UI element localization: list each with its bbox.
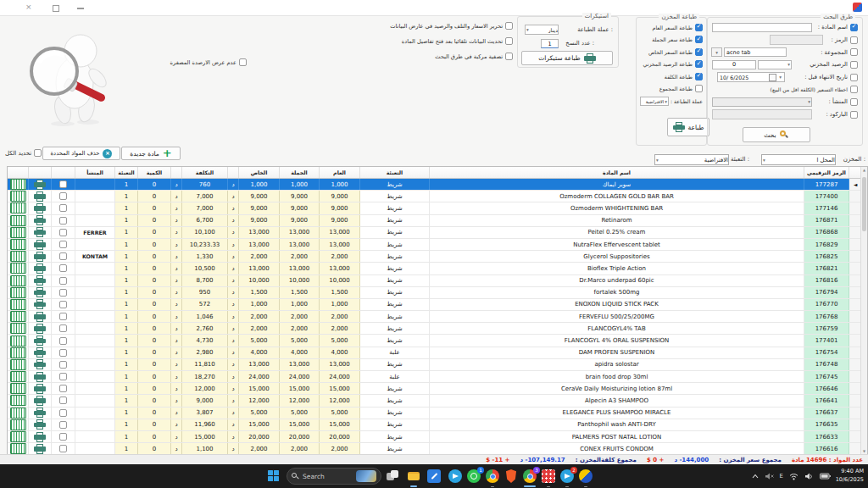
printer-icon[interactable] [34,359,46,369]
barcode-icon[interactable] [10,359,26,370]
row-checkbox[interactable] [59,277,67,285]
red-grid-app-icon[interactable] [542,469,555,483]
chrome-icon[interactable] [486,469,499,483]
barcode-icon[interactable] [10,323,26,334]
table-row[interactable]: 10د9,000د12,00012,00012,000شريطAlpecin A… [8,395,862,407]
packing-filter-select[interactable]: ▾ الافتراضية [654,154,729,165]
telegram-2-icon[interactable]: 2 [560,469,574,483]
store-filter-select[interactable]: ▾ المحل ا [761,154,836,165]
printer-icon[interactable] [34,227,46,237]
field-checkbox[interactable] [850,98,858,106]
hide-zero-balance-checkbox[interactable]: عدم عرض الارصدة المصفرة [170,58,247,66]
barcode-icon[interactable] [10,202,26,214]
row-checkbox[interactable] [59,421,67,429]
field-input[interactable] [712,109,812,119]
row-checkbox[interactable] [59,445,67,452]
grid-column-header[interactable]: الجملة [280,167,320,178]
field-input[interactable] [712,23,812,33]
start-button[interactable] [268,470,279,481]
printer-icon[interactable] [34,432,46,442]
table-row[interactable]: 10د7,000د9,0009,0009,000شريطOzmoderm WHI… [8,202,862,214]
printer-icon[interactable] [34,347,46,358]
grid-column-header[interactable] [8,167,29,178]
grid-column-header[interactable]: العام [320,167,360,178]
minimize-icon[interactable] [77,8,84,9]
file-explorer-icon[interactable] [407,469,420,483]
row-checkbox[interactable] [59,373,67,380]
barcode-icon[interactable] [10,419,26,430]
barcode-icon[interactable] [10,336,26,347]
grid-column-header[interactable] [52,167,75,178]
table-row[interactable]: 10د6,700د9,0009,0009,000شريطRetinarom176… [8,215,862,227]
chrome-2-icon[interactable]: 3 [523,469,537,483]
table-row[interactable]: 10د10,233.33د13,00013,00013,000شريطNutra… [8,239,862,251]
stock-balance-input[interactable]: 0 [712,60,756,70]
row-checkbox[interactable] [59,192,67,200]
grid-column-header[interactable]: الرمز الترقيمي [804,167,849,178]
barcode-icon[interactable] [10,347,26,358]
printer-icon[interactable] [34,180,46,190]
row-checkbox[interactable] [59,433,67,441]
printer-icon[interactable] [34,191,46,202]
table-row[interactable]: 10د760د1,0001,0001,000شريطسوبر ايماك1772… [8,179,862,191]
scrollbar-thumb[interactable] [862,177,866,231]
language-indicator[interactable]: E [780,473,783,480]
printer-icon[interactable] [34,444,46,454]
barcode-icon[interactable] [10,408,26,419]
battery-icon[interactable] [820,473,831,480]
wifi-icon[interactable] [789,473,798,480]
grid-column-header[interactable]: التكلفة [182,167,228,178]
tray-chevron-up-icon[interactable] [752,474,759,479]
barcode-icon[interactable] [10,191,26,202]
table-row[interactable]: 10د10,500د13,00013,00013,000شريطBioflex … [8,263,862,274]
row-checkbox[interactable] [59,409,67,417]
table-row[interactable]: 10د1,046د2,0002,0002,000شريطFERVEFLU 500… [8,311,862,323]
row-checkbox[interactable] [59,289,67,297]
table-row[interactable]: 10د2,760د2,0002,0002,000شريطFLANCOGYL4% … [8,323,862,335]
field-input[interactable] [770,35,823,45]
barcode-icon[interactable] [10,215,26,226]
grid-column-header[interactable]: التعبئة [360,167,430,178]
search-button[interactable]: بحث [743,127,810,142]
scroll-up-icon[interactable]: ▲ [861,168,867,172]
print-button[interactable]: طباعة [667,118,709,136]
paint-editor-icon[interactable] [427,469,441,483]
table-row[interactable]: 10د18,270د24,00024,00024,000علبةbrain fo… [8,371,862,383]
print-option-row[interactable]: طباعة سعر الجملة [637,34,706,47]
printer-icon[interactable] [34,336,46,346]
print-option-row[interactable]: طباعة المجموع [637,83,706,96]
barcode-icon[interactable] [10,383,26,394]
new-item-button[interactable]: + مادة جديدة [121,147,181,160]
row-checkbox[interactable] [59,361,67,369]
expiry-date-input[interactable]: 10/ 6/2025▾ [717,72,785,82]
row-checkbox[interactable] [59,385,67,392]
option-checkbox[interactable]: تحرير الاسعار والتلف والرصيد في عارض الب… [390,22,513,30]
delete-selected-button[interactable]: × حذف المواد المحددة [42,147,120,160]
printer-icon[interactable] [34,372,46,382]
print-option-row[interactable]: طباعة الكلفة [637,70,706,83]
table-row[interactable]: 10د572د1,0001,0001,000شريطENOXON LIQUID … [8,299,862,311]
select-all-checkbox[interactable]: تحديد الكل [5,149,42,157]
printer-icon[interactable] [34,203,46,214]
row-checkbox[interactable] [59,252,67,260]
printer-icon[interactable] [34,396,46,406]
grid-column-header[interactable] [29,167,52,178]
whatsapp-icon[interactable]: 1 [467,469,481,483]
field-checkbox[interactable] [850,24,858,31]
dropdown-arrow-button[interactable]: ▾ [711,47,722,58]
grid-column-header[interactable] [171,167,182,178]
field-checkbox[interactable] [850,36,858,44]
table-row[interactable]: 10د11,810د13,00013,00013,000شريطapidra s… [8,359,862,371]
barcode-icon[interactable] [10,371,26,382]
printer-icon[interactable] [34,299,46,309]
row-checkbox[interactable] [59,229,67,236]
grid-column-header[interactable]: التعبئة [115,167,138,178]
barcode-icon[interactable] [10,179,26,190]
row-checkbox[interactable] [59,204,67,212]
row-checkbox[interactable] [59,264,67,272]
stickers-copies-input[interactable]: 1 [541,39,559,48]
printer-icon[interactable] [34,324,46,334]
stickers-currency-select[interactable]: ▾ دينار [525,25,559,35]
printer-icon[interactable] [34,275,46,286]
table-row[interactable]: 10د4,730د5,0005,0005,000شريطFLANCOGYL 4%… [8,335,862,347]
